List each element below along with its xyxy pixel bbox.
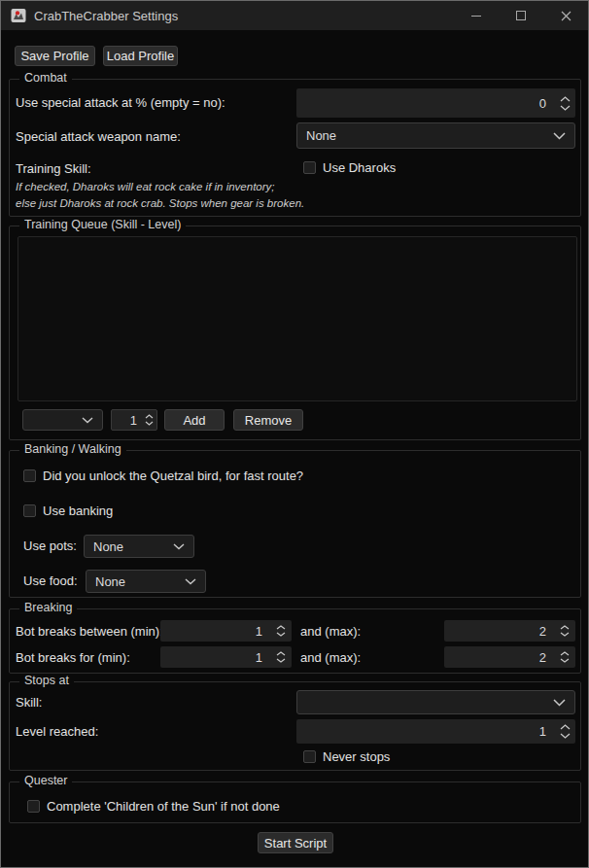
spinner-value: 0 — [296, 96, 554, 111]
combat-group: Combat Use special attack at % (empty = … — [9, 79, 581, 217]
chevron-down-icon — [173, 543, 185, 550]
breaks-between-label: Bot breaks between (min): — [16, 624, 163, 639]
spinner-arrows[interactable] — [554, 625, 575, 637]
start-script-button[interactable]: Start Script — [258, 832, 333, 853]
breaks-for-min-spinner[interactable]: 1 — [160, 646, 292, 668]
load-profile-button[interactable]: Load Profile — [103, 46, 178, 66]
breaks-between-max-spinner[interactable]: 2 — [444, 620, 575, 642]
spinner-arrows[interactable] — [270, 625, 292, 637]
breaking-group: Breaking Bot breaks between (min): 1 and… — [9, 608, 581, 674]
dharoks-note-line1: If checked, Dharoks will eat rock cake i… — [16, 181, 275, 192]
breaks-for-and-label: and (max): — [300, 650, 361, 665]
chevron-down-icon[interactable] — [276, 658, 286, 663]
use-dharoks-checkbox[interactable] — [303, 161, 316, 174]
minimize-button[interactable] — [454, 1, 499, 30]
quester-group: Quester Complete 'Children of the Sun' i… — [9, 781, 581, 823]
use-food-select[interactable]: None — [86, 570, 206, 593]
titlebar: CrabTheCrabber Settings — [1, 1, 588, 30]
combat-legend: Combat — [19, 71, 72, 85]
chevron-up-icon[interactable] — [145, 414, 154, 419]
breaking-legend: Breaking — [19, 601, 77, 614]
combo-value: None — [95, 574, 125, 589]
chevron-up-icon[interactable] — [560, 96, 571, 102]
breaks-between-min-spinner[interactable]: 1 — [160, 620, 292, 642]
chevron-down-icon[interactable] — [560, 632, 570, 637]
chevron-down-icon — [185, 578, 196, 585]
spinner-arrows[interactable] — [141, 414, 156, 426]
stops-skill-label: Skill: — [16, 695, 42, 710]
training-skill-label: Training Skill: — [16, 161, 91, 176]
use-pots-label: Use pots: — [23, 538, 77, 553]
queue-level-spinner[interactable]: 1 — [111, 409, 157, 431]
spinner-value: 2 — [444, 624, 554, 639]
breaks-for-max-spinner[interactable]: 2 — [444, 646, 575, 668]
spinner-arrows[interactable] — [554, 724, 575, 739]
chevron-down-icon[interactable] — [560, 733, 571, 739]
spinner-arrows[interactable] — [554, 651, 575, 663]
spinner-value: 1 — [112, 413, 141, 428]
quetzal-checkbox[interactable] — [23, 469, 36, 482]
add-button[interactable]: Add — [164, 409, 225, 431]
spec-attack-spinner[interactable]: 0 — [296, 88, 575, 118]
training-queue-group: Training Queue (Skill - Level) 1 Add Rem… — [9, 226, 581, 440]
spec-weapon-select[interactable]: None — [296, 122, 575, 149]
use-banking-label: Use banking — [43, 503, 113, 518]
maximize-button[interactable] — [499, 1, 543, 30]
chevron-up-icon[interactable] — [560, 724, 571, 730]
training-queue-list[interactable] — [17, 236, 577, 401]
minimize-icon — [471, 16, 481, 17]
dharoks-note-line2: else just Dharoks at rock crab. Stops wh… — [16, 197, 304, 209]
maximize-icon — [516, 11, 526, 20]
save-profile-button[interactable]: Save Profile — [15, 46, 95, 66]
stops-group: Stops at Skill: Level reached: 1 Never s… — [9, 681, 581, 771]
level-reached-spinner[interactable]: 1 — [296, 719, 575, 744]
settings-window: CrabTheCrabber Settings Save Profile Loa… — [0, 0, 589, 868]
use-banking-checkbox[interactable] — [23, 504, 36, 517]
quest-checkbox[interactable] — [27, 800, 40, 813]
queue-skill-select[interactable] — [22, 409, 103, 431]
chevron-down-icon — [82, 417, 93, 424]
chevron-up-icon[interactable] — [560, 651, 570, 656]
window-controls — [454, 1, 588, 30]
spec-attack-label: Use special attack at % (empty = no): — [16, 95, 225, 110]
use-food-label: Use food: — [23, 573, 78, 588]
quester-legend: Quester — [19, 774, 72, 787]
remove-button[interactable]: Remove — [233, 409, 303, 431]
app-icon — [11, 8, 26, 23]
chevron-down-icon — [553, 699, 566, 707]
quest-label: Complete 'Children of the Sun' if not do… — [47, 799, 280, 814]
spinner-arrows[interactable] — [554, 96, 575, 111]
chevron-down-icon[interactable] — [145, 421, 154, 426]
spinner-value: 1 — [160, 624, 270, 639]
breaks-between-and-label: and (max): — [300, 624, 361, 639]
level-reached-label: Level reached: — [16, 724, 98, 739]
chevron-up-icon[interactable] — [276, 651, 286, 656]
spinner-value: 2 — [444, 650, 554, 665]
spinner-value: 1 — [296, 724, 554, 739]
use-pots-select[interactable]: None — [84, 535, 194, 558]
close-button[interactable] — [543, 1, 588, 30]
chevron-down-icon[interactable] — [560, 658, 570, 663]
training-queue-legend: Training Queue (Skill - Level) — [19, 218, 186, 231]
never-stops-label: Never stops — [323, 749, 390, 764]
quetzal-label: Did you unlock the Quetzal bird, for fas… — [43, 469, 303, 483]
spinner-value: 1 — [160, 650, 270, 665]
combo-value: None — [306, 128, 336, 143]
chevron-down-icon[interactable] — [276, 632, 286, 637]
chevron-up-icon[interactable] — [276, 625, 286, 630]
use-dharoks-label: Use Dharoks — [323, 160, 396, 175]
combo-value: None — [93, 539, 123, 554]
window-title: CrabTheCrabber Settings — [34, 9, 178, 23]
spinner-arrows[interactable] — [270, 651, 292, 663]
close-icon — [561, 11, 572, 21]
stops-skill-select[interactable] — [296, 690, 575, 714]
stops-legend: Stops at — [19, 674, 74, 687]
spec-weapon-label: Special attack weapon name: — [16, 129, 181, 144]
breaks-for-label: Bot breaks for (min): — [16, 650, 130, 665]
never-stops-checkbox[interactable] — [303, 750, 316, 763]
chevron-down-icon — [553, 132, 566, 140]
chevron-down-icon[interactable] — [560, 105, 571, 111]
chevron-up-icon[interactable] — [560, 625, 570, 630]
banking-group: Banking / Walking Did you unlock the Que… — [9, 450, 581, 598]
banking-legend: Banking / Walking — [19, 442, 126, 456]
